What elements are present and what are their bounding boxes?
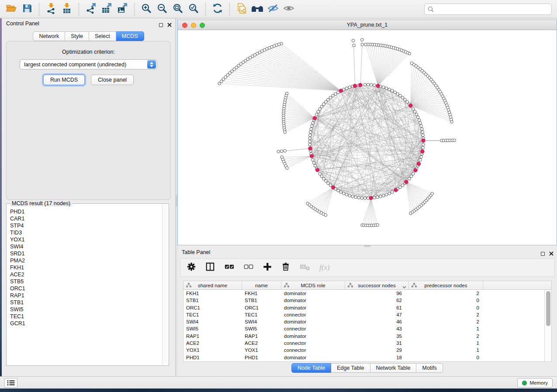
run-mcds-button[interactable]: Run MCDS (43, 75, 85, 85)
table-cell[interactable]: SWI5 (183, 325, 242, 332)
apply-layout-button[interactable] (210, 2, 225, 16)
table-cell[interactable]: 47 (345, 311, 409, 318)
mcds-result-item[interactable]: GCR1 (7, 320, 162, 327)
table-cell[interactable]: ACE2 (183, 340, 242, 347)
table-row[interactable]: SWI5SWI5connector431 (183, 325, 544, 332)
table-cell[interactable]: FKH1 (183, 290, 242, 297)
select-all-button[interactable] (224, 262, 235, 273)
scrollbar-thumb[interactable] (546, 291, 550, 326)
deselect-all-button[interactable] (243, 262, 254, 273)
table-cell[interactable]: 1 (409, 340, 483, 347)
table-cell[interactable]: PHD1 (183, 354, 242, 361)
table-cell[interactable]: SWI4 (183, 318, 242, 325)
table-cell[interactable]: dominator (281, 333, 345, 340)
table-cell[interactable]: connector (281, 340, 345, 347)
memory-button[interactable]: Memory (517, 378, 553, 388)
table-row[interactable]: TEC1TEC1connector472 (183, 311, 544, 318)
float-panel-icon[interactable] (541, 252, 545, 256)
table-cell[interactable]: STB1 (242, 297, 281, 304)
tab-mcds[interactable]: MCDS (116, 31, 144, 41)
mcds-result-item[interactable]: STB1 (7, 299, 162, 306)
zoom-selected-button[interactable] (186, 2, 201, 16)
table-cell[interactable]: dominator (281, 297, 345, 304)
table-cell[interactable]: TEC1 (242, 311, 281, 318)
tab-edge-table[interactable]: Edge Table (331, 363, 370, 373)
table-cell[interactable]: 43 (345, 325, 409, 332)
mcds-result-item[interactable]: PMA2 (7, 257, 162, 264)
table-cell[interactable]: 0 (409, 304, 483, 311)
show-all-button[interactable] (281, 2, 297, 16)
table-cell[interactable]: YOX1 (242, 347, 281, 354)
tab-network[interactable]: Network (33, 31, 65, 41)
export-network-button[interactable] (83, 2, 99, 16)
table-scrollbar[interactable] (544, 290, 551, 361)
table-cell[interactable]: 46 (345, 318, 409, 325)
function-builder-button[interactable]: f(x) (319, 263, 330, 272)
mcds-result-item[interactable]: PHD1 (7, 208, 162, 215)
close-panel-icon[interactable] (549, 250, 554, 258)
zoom-out-button[interactable] (154, 2, 170, 16)
open-session-button[interactable] (3, 2, 19, 16)
table-cell[interactable]: 2 (409, 333, 483, 340)
table-cell[interactable]: SWI5 (242, 325, 281, 332)
table-cell[interactable]: 35 (345, 333, 409, 340)
table-cell[interactable]: 18 (345, 354, 409, 361)
table-cell[interactable]: 62 (345, 297, 409, 304)
task-history-button[interactable] (4, 378, 17, 388)
table-cell[interactable]: ACE2 (242, 340, 281, 347)
delete-table-button[interactable] (299, 262, 311, 273)
table-cell[interactable]: 2 (409, 318, 483, 325)
table-cell[interactable]: STB1 (183, 297, 242, 304)
table-cell[interactable]: RAP1 (183, 333, 242, 340)
export-image-button[interactable] (114, 2, 130, 16)
mcds-result-item[interactable]: CAR1 (7, 215, 162, 222)
tab-motifs[interactable]: Motifs (416, 363, 443, 373)
hide-selected-button[interactable] (265, 2, 281, 16)
add-column-button[interactable] (263, 262, 272, 273)
delete-column-button[interactable] (281, 262, 291, 273)
close-panel-icon[interactable] (167, 21, 172, 29)
table-cell[interactable]: 1 (409, 325, 483, 332)
table-cell[interactable]: dominator (281, 290, 345, 297)
column-header-shared-name[interactable]: shared name (183, 281, 242, 289)
mcds-result-item[interactable]: TEC1 (7, 313, 162, 320)
export-table-button[interactable] (99, 2, 114, 16)
optimization-criterion-select[interactable]: largest connected component (undirected) (20, 59, 157, 69)
mcds-result-item[interactable]: STB5 (7, 278, 162, 285)
table-cell[interactable]: SWI4 (242, 318, 281, 325)
table-cell[interactable]: PHD1 (242, 354, 281, 361)
table-row[interactable]: RAP1RAP1dominator352 (183, 333, 544, 340)
import-table-button[interactable] (59, 2, 75, 16)
column-header-MCDS-role[interactable]: MCDS role (281, 281, 345, 289)
mcds-result-item[interactable]: SRD1 (7, 250, 162, 257)
table-cell[interactable]: ORC1 (183, 304, 242, 311)
mcds-result-item[interactable]: SWI5 (7, 306, 162, 313)
mcds-result-item[interactable]: RAP1 (7, 292, 162, 299)
mcds-result-item[interactable]: ACE2 (7, 271, 162, 278)
table-cell[interactable]: YOX1 (183, 347, 242, 354)
table-cell[interactable]: 96 (345, 290, 409, 297)
table-cell[interactable]: 61 (345, 304, 409, 311)
table-cell[interactable]: connector (281, 311, 345, 318)
mcds-result-item[interactable]: ORC1 (7, 285, 162, 292)
table-cell[interactable]: 31 (345, 340, 409, 347)
mcds-result-item[interactable]: TID3 (7, 229, 162, 236)
table-cell[interactable]: dominator (281, 304, 345, 311)
mcds-result-list[interactable]: PHD1CAR1STP4TID3YOX1SWI4SRD1PMA2FKH1ACE2… (7, 205, 162, 364)
column-header-successor-nodes[interactable]: successor nodes (345, 281, 409, 289)
search-input[interactable] (424, 3, 552, 15)
table-cell[interactable]: dominator (281, 354, 345, 361)
tab-network-table[interactable]: Network Table (370, 363, 417, 373)
save-session-button[interactable] (19, 2, 35, 16)
show-columns-button[interactable] (205, 262, 215, 273)
mcds-result-item[interactable]: YOX1 (7, 236, 162, 243)
table-row[interactable]: SWI4SWI4dominator462 (183, 318, 544, 325)
first-neighbors-button[interactable] (249, 2, 265, 16)
tab-select[interactable]: Select (89, 31, 116, 41)
table-cell[interactable]: RAP1 (242, 333, 281, 340)
table-row[interactable]: PHD1PHD1dominator180 (183, 354, 544, 361)
table-cell[interactable]: 2 (409, 311, 483, 318)
mcds-result-item[interactable]: SWI4 (7, 243, 162, 250)
import-network-button[interactable] (43, 2, 59, 16)
mcds-result-item[interactable]: FKH1 (7, 264, 162, 271)
